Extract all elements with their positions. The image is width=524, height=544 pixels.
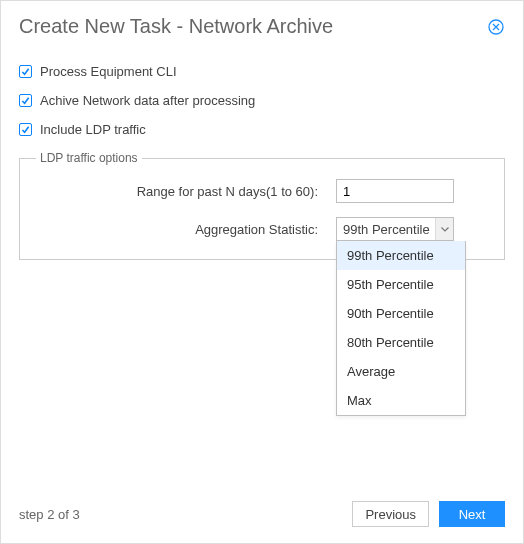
check-icon <box>21 67 30 76</box>
checkbox-include-ldp-label: Include LDP traffic <box>40 122 146 137</box>
aggregation-option[interactable]: 95th Percentile <box>337 270 465 299</box>
checkbox-process-equipment[interactable] <box>19 65 32 78</box>
checkbox-process-equipment-label: Process Equipment CLI <box>40 64 177 79</box>
check-icon <box>21 96 30 105</box>
dialog-footer: step 2 of 3 Previous Next <box>1 487 523 543</box>
aggregation-row: Aggregation Statistic: 99th Percentile 9… <box>36 217 488 241</box>
aggregation-option[interactable]: 90th Percentile <box>337 299 465 328</box>
range-row: Range for past N days(1 to 60): <box>36 179 488 203</box>
checkbox-include-ldp-row: Include LDP traffic <box>19 122 505 137</box>
range-label: Range for past N days(1 to 60): <box>36 184 336 199</box>
aggregation-select-wrap: 99th Percentile 99th Percentile 95th Per… <box>336 217 454 241</box>
aggregation-option[interactable]: Average <box>337 357 465 386</box>
dialog-title: Create New Task - Network Archive <box>19 15 333 38</box>
checkbox-archive-network-row: Achive Network data after processing <box>19 93 505 108</box>
ldp-options-legend: LDP traffic options <box>36 151 142 165</box>
checkbox-process-equipment-row: Process Equipment CLI <box>19 64 505 79</box>
ldp-options-group: LDP traffic options Range for past N day… <box>19 151 505 260</box>
aggregation-option[interactable]: 80th Percentile <box>337 328 465 357</box>
previous-button[interactable]: Previous <box>352 501 429 527</box>
check-icon <box>21 125 30 134</box>
checkbox-include-ldp[interactable] <box>19 123 32 136</box>
checkbox-archive-network-label: Achive Network data after processing <box>40 93 255 108</box>
range-input[interactable] <box>336 179 454 203</box>
aggregation-dropdown: 99th Percentile 95th Percentile 90th Per… <box>336 241 466 416</box>
checkbox-archive-network[interactable] <box>19 94 32 107</box>
step-indicator: step 2 of 3 <box>19 507 80 522</box>
footer-buttons: Previous Next <box>352 501 505 527</box>
close-icon <box>488 19 504 35</box>
aggregation-option[interactable]: 99th Percentile <box>337 241 465 270</box>
chevron-down-icon <box>435 218 453 240</box>
next-button[interactable]: Next <box>439 501 505 527</box>
aggregation-label: Aggregation Statistic: <box>36 222 336 237</box>
aggregation-selected-text: 99th Percentile <box>343 222 430 237</box>
dialog-header: Create New Task - Network Archive <box>1 1 523 48</box>
aggregation-select[interactable]: 99th Percentile <box>336 217 454 241</box>
dialog-body: Process Equipment CLI Achive Network dat… <box>1 48 523 260</box>
create-task-dialog: Create New Task - Network Archive Proces… <box>0 0 524 544</box>
close-button[interactable] <box>487 18 505 36</box>
aggregation-option[interactable]: Max <box>337 386 465 415</box>
